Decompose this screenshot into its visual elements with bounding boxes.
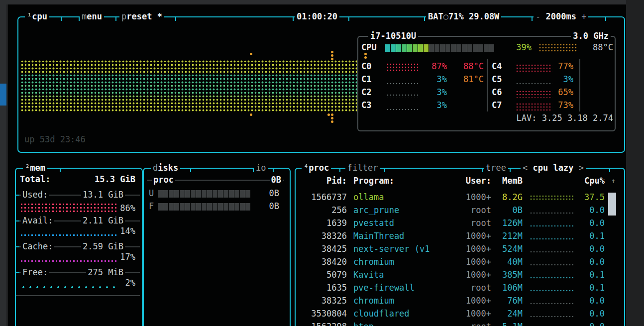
proc-box-title[interactable]: ⁴proc [302, 163, 331, 173]
cpu-box: up 53d 23:46 i7-10510U 3.0 GHz CPU 39% 8… [17, 16, 625, 153]
cpu-graph-row [20, 109, 357, 112]
scroll-up-arrow[interactable]: ↑ [611, 175, 615, 187]
process-mem: 24M [495, 307, 523, 320]
core-column-divider-right [579, 59, 580, 111]
process-mem: 126M [495, 217, 523, 229]
process-row[interactable]: 1562298btoproot5.1M0.0 [296, 320, 624, 326]
process-cpu: 0.0 [564, 307, 605, 320]
core-label: C5 [492, 73, 502, 86]
filter-button[interactable]: filter [345, 163, 380, 173]
border-tick [175, 16, 176, 21]
cpu-box-title[interactable]: ¹cpu [25, 11, 49, 21]
cpu-graph-stray-dot [331, 54, 333, 57]
load-average: LAV: 3.25 3.18 2.74 [358, 111, 613, 124]
process-program: chromium [353, 255, 394, 268]
tree-button[interactable]: tree [484, 163, 508, 173]
mem-box-title[interactable]: ²mem [23, 163, 47, 173]
header-memb[interactable]: MemB [495, 175, 523, 187]
core-percent: 3% [543, 73, 573, 86]
battery-percent: 71% [448, 11, 464, 21]
interval-decrease-button[interactable]: - [536, 11, 540, 21]
process-user: 1000+ [445, 307, 491, 320]
header-user[interactable]: User: [445, 175, 491, 187]
cpu-total-meter [385, 41, 495, 54]
io-mode-button[interactable]: io [254, 163, 268, 173]
border-tick [348, 16, 349, 21]
process-row[interactable]: 3530804cloudflared1000+24M0.0 [296, 307, 624, 320]
process-row[interactable]: 38326MainThread1000+212M0.1 [296, 229, 624, 242]
process-row[interactable]: 1639pvestatdroot126M0.0 [296, 217, 624, 229]
process-program: Kavita [353, 268, 384, 281]
header-cpu[interactable]: Cpu% [564, 175, 605, 187]
meter-segment-empty [434, 44, 439, 52]
disk-name: proc [152, 174, 175, 185]
process-row[interactable]: 256arc_pruneroot0B0.0 [296, 204, 624, 217]
border-tick [115, 16, 116, 21]
process-program: btop [353, 320, 374, 326]
border-tick [609, 168, 610, 172]
cpu-graph-stray-dot [331, 120, 333, 123]
process-mem: 0B [495, 204, 523, 217]
preset-button[interactable]: preset * [119, 11, 164, 21]
mem-section-value: 275 MiB [86, 267, 125, 278]
cpu-graph-row [20, 60, 357, 63]
sort-next-button[interactable]: > [579, 163, 584, 173]
disks-box-title[interactable]: disks [151, 163, 180, 173]
meter-segment-empty [456, 44, 461, 52]
border-tick [510, 168, 511, 172]
cpu-total-temp: 88°C [580, 41, 613, 54]
process-cpu: 0.0 [564, 242, 605, 255]
meter-segment-empty [484, 44, 489, 52]
process-program: pvestatd [353, 217, 394, 229]
meter-segment-empty [478, 44, 483, 52]
process-row[interactable]: 1635pve-firewallroot106M0.1 [296, 281, 624, 294]
process-cpu: 0.0 [564, 294, 605, 307]
border-tick [293, 16, 294, 21]
sort-selector: < cpu lazy > [521, 163, 586, 173]
process-user: root [445, 281, 491, 294]
meter-segment-filled [424, 44, 429, 52]
proc-box-number: ⁴ [304, 163, 309, 173]
meter-segment-filled [402, 44, 407, 52]
mem-border-tick [15, 195, 19, 196]
desktop-right-strip [626, 0, 644, 326]
process-row[interactable]: 38420chromium1000+40M0.0 [296, 255, 624, 268]
border-tick [424, 16, 425, 21]
cpu-total-row: CPU 39% 88°C [358, 41, 615, 54]
mem-section-label-row: Used:13.1 GiB [16, 189, 142, 202]
meter-segment-filled [391, 44, 396, 52]
process-pid: 1635 [299, 281, 347, 294]
core-percent: 65% [543, 86, 573, 99]
process-program: cloudflared [353, 307, 410, 320]
process-row[interactable]: 38325chromium1000+76M0.0 [296, 294, 624, 307]
meter-segment-filled [418, 44, 423, 52]
interval-increase-button[interactable]: + [581, 11, 586, 21]
core-label: C6 [492, 86, 502, 99]
meter-segment-filled [407, 44, 412, 52]
process-user: 1000+ [445, 255, 491, 268]
process-row[interactable]: 5079Kavita1000+385M0.1 [296, 268, 624, 281]
mem-section-percent: 2% [16, 276, 135, 289]
disk-meter-value: 0B [144, 200, 279, 213]
menu-button[interactable]: menu [80, 11, 104, 21]
process-row[interactable]: 38425next-server (v11000+524M0.0 [296, 242, 624, 255]
border-tick [339, 168, 340, 172]
process-row[interactable]: 1566737ollama1000+8.2G37.5 [296, 191, 624, 204]
header-pid[interactable]: Pid: [299, 175, 347, 187]
header-program[interactable]: Program: [353, 175, 394, 187]
meter-segment-filled [396, 44, 401, 52]
activity-bar-indicator [0, 84, 6, 106]
process-cpu: 0.0 [564, 217, 605, 229]
process-mem: 5.1M [495, 320, 523, 326]
process-cpu: 37.5 [564, 191, 605, 204]
process-pid: 5079 [299, 268, 347, 281]
process-mem: 76M [495, 294, 523, 307]
scrollbar-thumb[interactable] [608, 193, 616, 216]
process-pid: 1566737 [299, 191, 347, 204]
disks-box: proc 0B U0BF0B [143, 168, 291, 326]
sort-prev-button[interactable]: < [523, 163, 528, 173]
process-pid: 38325 [299, 294, 347, 307]
disk-meter-row: U0B [144, 187, 290, 200]
process-user: 1000+ [445, 294, 491, 307]
update-interval-control: - 2000ms + [534, 11, 588, 21]
